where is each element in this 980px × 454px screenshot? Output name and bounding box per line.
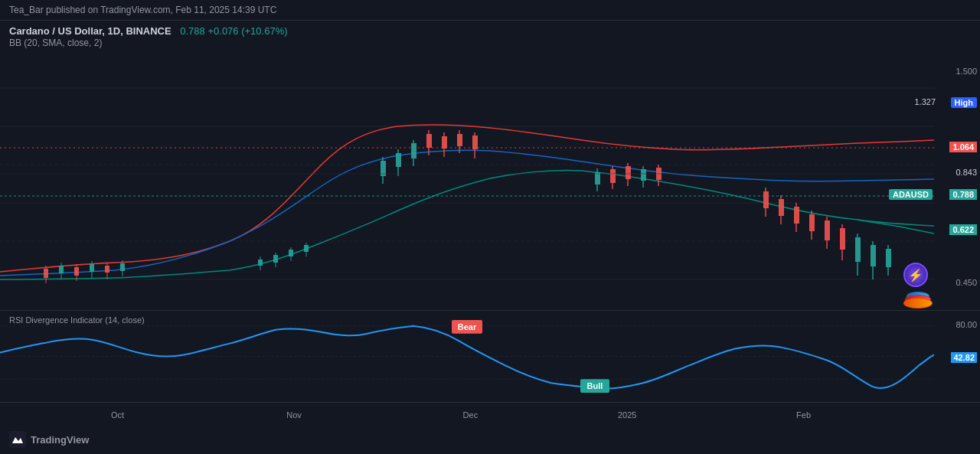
svg-rect-43 xyxy=(610,169,616,183)
svg-rect-31 xyxy=(411,143,416,158)
svg-text:Bear: Bear xyxy=(458,322,477,332)
tradingview-text: TradingView xyxy=(31,434,89,446)
x-label-feb: Feb xyxy=(796,410,811,420)
adausd-label: ADAUSD xyxy=(889,189,933,200)
svg-rect-57 xyxy=(809,214,815,231)
price-display: 0.788 +0.076 (+10.67%) xyxy=(180,25,287,37)
svg-rect-47 xyxy=(641,169,646,181)
price-0450: 0.450 xyxy=(956,278,977,287)
svg-rect-15 xyxy=(105,266,109,273)
rsi-level80: 80.00 xyxy=(956,320,977,329)
svg-rect-17 xyxy=(120,263,125,271)
published-info: Tea_Bar published on TradingView.com, Fe… xyxy=(9,5,276,15)
indicator-label: BB (20, SMA, close, 2) xyxy=(9,38,102,48)
svg-rect-21 xyxy=(273,255,278,263)
price-axis: 1.500 High 1.327 1.064 0.843 ADAUSD 0.78… xyxy=(934,50,980,310)
svg-rect-29 xyxy=(396,153,401,167)
svg-rect-41 xyxy=(595,172,600,185)
svg-rect-61 xyxy=(840,228,845,250)
main-chart: 1.500 High 1.327 1.064 0.843 ADAUSD 0.78… xyxy=(0,50,980,310)
svg-rect-55 xyxy=(794,207,799,224)
svg-rect-53 xyxy=(779,199,784,216)
svg-rect-63 xyxy=(855,237,861,262)
lightning-icon[interactable]: ⚡ xyxy=(903,263,928,287)
coin-stack-icon xyxy=(903,292,933,310)
x-label-oct: Oct xyxy=(111,410,124,420)
svg-rect-25 xyxy=(304,245,309,252)
svg-rect-33 xyxy=(426,134,432,148)
svg-rect-51 xyxy=(763,191,769,208)
svg-rect-65 xyxy=(871,245,876,266)
svg-rect-19 xyxy=(258,260,263,266)
rsi-svg: Bear Bull xyxy=(0,311,980,402)
price-0788: 0.788 xyxy=(949,189,977,200)
tv-icon xyxy=(9,431,26,448)
chart-info: Cardano / US Dollar, 1D, BINANCE 0.788 +… xyxy=(0,21,980,50)
svg-rect-13 xyxy=(90,264,94,272)
x-label-nov: Nov xyxy=(286,410,302,420)
tradingview-logo: TradingView xyxy=(9,431,89,448)
svg-rect-37 xyxy=(457,134,462,146)
svg-text:Bull: Bull xyxy=(587,381,603,390)
svg-rect-78 xyxy=(9,431,26,448)
symbol-label: Cardano / US Dollar, 1D, BINANCE xyxy=(9,25,172,37)
svg-rect-11 xyxy=(74,267,79,276)
price-1064: 1.064 xyxy=(949,142,977,152)
svg-rect-9 xyxy=(59,266,64,273)
chart-container: Tea_Bar published on TradingView.com, Fe… xyxy=(0,0,980,454)
price-change-value: +0.076 (+10.67%) xyxy=(207,25,287,37)
x-axis: Oct Nov Dec 2025 Feb xyxy=(0,402,980,426)
x-label-dec: Dec xyxy=(463,410,479,420)
svg-rect-7 xyxy=(44,269,48,278)
svg-rect-35 xyxy=(442,136,447,149)
rsi-label: RSI Divergence Indicator (14, close) xyxy=(9,315,145,325)
svg-rect-59 xyxy=(825,220,830,240)
price-1327: 1.327 xyxy=(914,97,936,106)
main-chart-svg xyxy=(0,50,980,310)
rsi-value: 42.82 xyxy=(951,352,977,363)
svg-rect-67 xyxy=(886,249,891,267)
svg-rect-45 xyxy=(626,166,631,179)
x-label-2025: 2025 xyxy=(618,410,636,420)
price-1500: 1.500 xyxy=(956,67,977,76)
price-0843: 0.843 xyxy=(956,168,977,177)
price-0622: 0.622 xyxy=(949,224,977,235)
rsi-chart: RSI Divergence Indicator (14, close) Bea… xyxy=(0,310,980,402)
header-bar: Tea_Bar published on TradingView.com, Fe… xyxy=(0,0,980,21)
svg-rect-39 xyxy=(472,136,478,149)
svg-rect-23 xyxy=(289,250,293,256)
high-label: High xyxy=(951,97,977,108)
current-price: 0.788 xyxy=(180,25,205,37)
indicator-icons: ⚡ xyxy=(903,263,928,287)
